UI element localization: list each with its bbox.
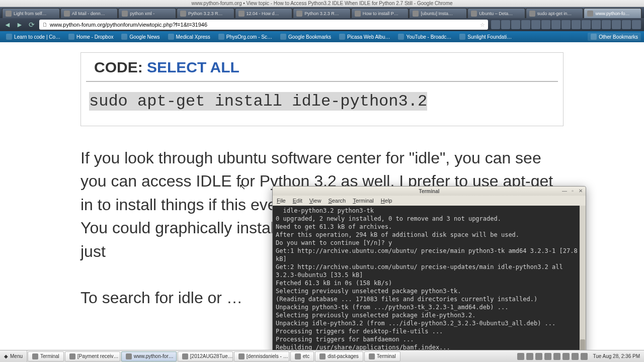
taskbar-item[interactable]: [2012AUG28Tue… [178,351,233,361]
browser-tab[interactable]: python xml - [118,8,176,18]
tray-icon[interactable] [562,353,570,360]
taskbar-item[interactable]: Terminal [28,351,64,361]
taskbar-item[interactable]: [Payment receiv… [65,351,120,361]
tray-icon[interactable] [544,353,551,360]
ext-icon[interactable] [521,20,530,29]
bookmark-item[interactable]: Learn to code | Co… [3,33,63,41]
tab-label: Light from self… [14,11,47,16]
terminal-output-line: (Reading database ... 171083 files and d… [276,295,583,303]
taskbar-item[interactable]: dist-packages [315,351,363,361]
browser-tab[interactable]: How to install P… [351,8,409,18]
reload-button[interactable]: ⟳ [27,20,36,29]
terminal-menu-item[interactable]: Help [381,198,392,204]
browser-tab[interactable]: sudo apt-get in… [526,8,584,18]
scrollbar-thumb[interactable] [580,339,585,350]
terminal-menu-item[interactable]: Search [328,198,346,204]
favicon-icon [122,11,128,17]
favicon-icon [471,11,477,17]
terminal-menu-item[interactable]: File [277,198,286,204]
bookmark-star-icon[interactable]: ☆ [480,22,485,28]
browser-tab[interactable]: [ubuntu] Insta… [409,8,467,18]
forward-button[interactable]: ► [15,20,24,29]
scrollbar[interactable] [580,206,586,350]
browser-tab[interactable]: Python 3.2.3 R… [293,8,351,18]
url-input[interactable] [50,22,480,28]
taskbar-item[interactable]: [dennisdaniels - … [234,351,289,361]
taskbar-item-label: dist-packages [328,353,359,359]
browser-tab[interactable]: Python 3.2.3 R… [177,8,234,18]
tray-icon[interactable] [517,353,524,360]
bookmark-label: YouTube - Broadc… [406,34,451,40]
wrench-icon[interactable] [632,20,641,29]
ext-icon[interactable] [622,20,631,29]
ext-icon[interactable] [592,20,601,29]
bookmark-item[interactable]: Google News [118,33,163,41]
browser-tab[interactable]: www.python-fo… [584,8,641,18]
tray-icon[interactable] [572,353,579,360]
window-title: www.python-forum.org • View topic - How … [0,0,644,7]
ext-icon[interactable] [612,20,621,29]
ext-icon[interactable] [531,20,540,29]
bookmark-item[interactable]: Medical Xpress [165,33,213,41]
bookmark-item[interactable]: Sunlight Foundati… [456,33,515,41]
ext-icon[interactable] [491,20,500,29]
taskbar: ◆ Menu Terminal[Payment receiv…www.pytho… [0,350,644,362]
terminal-menu-item[interactable]: Terminal [353,198,374,204]
tab-label: 12.04 - How d… [247,11,279,16]
browser-tab[interactable]: All Mail - denn… [60,8,118,18]
bookmark-label: Medical Xpress [176,34,210,40]
browser-tab[interactable]: Light from self… [2,8,60,18]
close-icon[interactable]: ✕ [578,188,584,194]
favicon-icon [459,34,465,40]
ext-icon[interactable] [582,20,591,29]
maximize-icon[interactable]: ▫ [570,188,576,194]
tray-icon[interactable] [535,353,542,360]
taskbar-item[interactable]: etc [290,351,314,361]
start-menu-button[interactable]: ◆ Menu [0,350,27,362]
browser-nav-bar: ◄ ► ⟳ 🗋 ☆ [0,18,644,31]
ext-icon[interactable] [602,20,611,29]
terminal-output-line: Rebuilding /usr/share/applications/bamf.… [276,343,583,350]
taskbar-item[interactable]: Terminal [364,351,400,361]
taskbar-clock[interactable]: Tue Aug 28, 2:36 PM [593,353,640,359]
browser-tab[interactable]: 12.04 - How d… [235,8,293,18]
app-icon [32,353,38,359]
taskbar-item-label: etc [303,353,309,359]
tab-label: [ubuntu] Insta… [421,11,453,16]
app-icon [319,353,326,359]
mouse-cursor-icon: ↖ [239,182,246,192]
ext-icon[interactable] [541,20,550,29]
tray-icon[interactable] [526,353,533,360]
tab-label: sudo apt-get in… [537,11,572,16]
url-bar[interactable]: 🗋 ☆ [39,20,488,30]
favicon-icon [238,11,245,17]
bookmark-item[interactable]: YouTube - Broadc… [395,33,454,41]
back-button[interactable]: ◄ [3,20,12,29]
terminal-titlebar[interactable]: Terminal — ▫ ✕ [273,187,586,196]
ext-icon[interactable] [551,20,560,29]
ext-icon[interactable] [572,20,581,29]
terminal-body[interactable]: idle-python3.2 python3-tk0 upgraded, 2 n… [273,206,586,350]
bookmark-label: Google News [129,34,159,40]
terminal-output-line: Processing triggers for desktop-file-uti… [276,327,583,335]
ext-icon[interactable] [501,20,510,29]
toolbar-extension-icons [491,20,641,29]
bookmark-item[interactable]: PhysOrg.com - Sc… [215,33,275,41]
other-bookmarks-button[interactable]: Other Bookmarks [588,33,641,41]
terminal-menu-item[interactable]: Edit [293,198,302,204]
tray-icon[interactable] [581,353,588,360]
terminal-window[interactable]: Terminal — ▫ ✕ FileEditViewSearchTermina… [272,186,586,350]
ext-icon[interactable] [561,20,571,29]
taskbar-item[interactable]: www.python-for… [121,351,177,361]
terminal-menu-item[interactable]: View [309,198,321,204]
bookmark-item[interactable]: Home - Dropbox [65,33,116,41]
tray-icon[interactable] [553,353,560,360]
bookmark-item[interactable]: Picasa Web Albu… [336,33,393,41]
tab-label: Python 3.2.3 R… [304,11,339,16]
bookmark-item[interactable]: Google Bookmarks [277,33,334,41]
browser-tab[interactable]: Ubuntu – Deta… [467,8,525,18]
favicon-icon [64,11,70,17]
select-all-link[interactable]: SELECT ALL [147,59,239,75]
minimize-icon[interactable]: — [561,188,568,194]
ext-icon[interactable] [511,20,520,29]
